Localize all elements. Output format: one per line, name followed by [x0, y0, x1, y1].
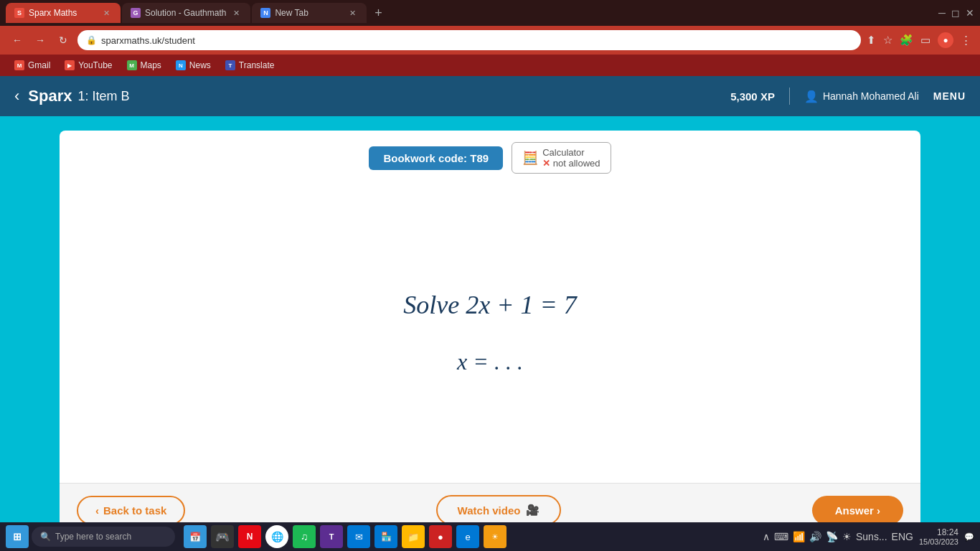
forward-button[interactable]: → — [32, 32, 49, 49]
sparx-logo: Sparx — [28, 87, 72, 105]
math-answer: x = . . . — [457, 349, 523, 375]
bookmarks-bar: M Gmail ▶ YouTube M Maps N News T Transl… — [0, 55, 980, 76]
sparx-tab-icon: S — [14, 8, 24, 18]
bookmark-news-label: News — [189, 60, 211, 70]
answer-button[interactable]: Answer › — [812, 496, 903, 525]
bookmark-maps-label: Maps — [141, 60, 161, 70]
taskbar-teams-app[interactable]: T — [320, 525, 343, 548]
item-title: 1: Item B — [77, 89, 129, 104]
sparx-back-arrow[interactable]: ‹ — [14, 87, 19, 105]
bookmark-translate-label: Translate — [239, 60, 275, 70]
tab-bar-controls: ─ ◻ ✕ — [938, 7, 974, 19]
bookmark-translate[interactable]: T Translate — [220, 59, 281, 72]
taskbar-sun-widget[interactable]: ☀ — [484, 525, 507, 548]
address-bar-right: ⬆ ☆ 🧩 ▭ ● ⋮ — [867, 32, 971, 48]
weather-icon: ☀ — [842, 531, 852, 542]
share-icon[interactable]: ⬆ — [867, 34, 876, 47]
back-button[interactable]: ← — [9, 32, 26, 49]
address-input[interactable]: 🔒 sparxmaths.uk/student — [77, 30, 861, 50]
time-display: 18:24 — [919, 527, 958, 537]
menu-button[interactable]: MENU — [933, 90, 966, 102]
date-display: 15/03/2023 — [919, 537, 958, 546]
bookwork-bar: Bookwork code: T89 🧮 Calculator ✕ not al… — [60, 131, 920, 182]
lang-text: ENG — [892, 531, 913, 542]
back-to-task-label: Back to task — [103, 504, 166, 517]
taskbar-store-app[interactable]: 🏪 — [374, 525, 397, 548]
bookmark-gmail-label: Gmail — [28, 60, 50, 70]
header-divider — [789, 88, 790, 105]
calculator-label: Calculator ✕ not allowed — [542, 147, 600, 169]
close-icon[interactable]: ✕ — [966, 7, 974, 19]
tab-bar: S Sparx Maths ✕ G Solution - Gauthmath ✕… — [0, 0, 980, 26]
gauthmath-tab-icon: G — [131, 8, 141, 18]
taskbar-time: 18:24 15/03/2023 — [919, 527, 958, 546]
star-icon[interactable]: ☆ — [883, 34, 892, 47]
start-button[interactable]: ⊞ — [6, 525, 29, 548]
taskbar: ⊞ 🔍 Type here to search 📅 🎮 N 🌐 ♫ T ✉ 🏪 … — [0, 522, 980, 551]
newtab-tab-icon: N — [260, 8, 270, 18]
taskbar-game-app[interactable]: ● — [429, 525, 452, 548]
taskbar-chrome-app[interactable]: 🌐 — [265, 525, 288, 548]
calculator-badge: 🧮 Calculator ✕ not allowed — [512, 142, 611, 174]
new-tab-button[interactable]: + — [368, 3, 388, 23]
search-placeholder: Type here to search — [55, 532, 131, 542]
video-camera-icon: 🎥 — [526, 504, 540, 517]
volume-icon: 🔊 — [809, 531, 821, 542]
translate-icon: T — [225, 60, 235, 70]
maps-icon: M — [127, 60, 137, 70]
notification-icon[interactable]: 💬 — [964, 532, 974, 542]
bookwork-badge: Bookwork code: T89 — [369, 146, 503, 170]
taskbar-calendar-app[interactable]: 📅 — [184, 525, 207, 548]
math-equation: Solve 2x + 1 = 7 — [403, 290, 577, 320]
bookmark-youtube[interactable]: ▶ YouTube — [59, 59, 118, 72]
tab-gauthmath[interactable]: G Solution - Gauthmath ✕ — [122, 3, 250, 23]
minimize-icon[interactable]: ─ — [938, 7, 946, 19]
taskbar-search[interactable]: 🔍 Type here to search — [32, 527, 175, 547]
refresh-button[interactable]: ↻ — [55, 32, 72, 49]
watch-video-label: Watch video — [458, 504, 521, 517]
lock-icon: 🔒 — [86, 35, 97, 45]
address-bar: ← → ↻ 🔒 sparxmaths.uk/student ⬆ ☆ 🧩 ▭ ● … — [0, 26, 980, 55]
taskbar-right: ∧ ⌨ 📶 🔊 📡 ☀ Suns... ENG 18:24 15/03/2023… — [763, 527, 974, 546]
back-to-task-button[interactable]: ‹ Back to task — [77, 496, 185, 525]
header-right: 5,300 XP 👤 Hannah Mohamed Ali MENU — [730, 88, 966, 105]
user-info: 👤 Hannah Mohamed Ali — [804, 90, 919, 103]
bookmark-youtube-label: YouTube — [78, 60, 112, 70]
wifi-icon: 📡 — [826, 531, 838, 542]
user-icon: 👤 — [804, 90, 819, 103]
back-chevron-icon: ‹ — [95, 504, 99, 517]
network-icon: 📶 — [793, 531, 805, 542]
bookmark-news[interactable]: N News — [170, 59, 217, 72]
taskbar-files-app[interactable]: 📁 — [402, 525, 425, 548]
page-wrapper: S Sparx Maths ✕ G Solution - Gauthmath ✕… — [0, 0, 980, 551]
content-wrapper: Bookwork code: T89 🧮 Calculator ✕ not al… — [0, 116, 980, 551]
taskbar-apps: 📅 🎮 N 🌐 ♫ T ✉ 🏪 📁 ● e ☀ — [184, 525, 507, 548]
weather-text: Suns... — [856, 531, 887, 542]
answer-label: Answer › — [835, 504, 880, 517]
tab-sparx-maths[interactable]: S Sparx Maths ✕ — [6, 3, 121, 23]
gmail-icon: M — [14, 60, 24, 70]
search-icon: 🔍 — [40, 532, 51, 542]
url-text: sparxmaths.uk/student — [101, 35, 195, 46]
chevron-up-icon[interactable]: ∧ — [763, 531, 770, 542]
tab-newtab[interactable]: N New Tab ✕ — [252, 3, 367, 23]
taskbar-edge-app[interactable]: e — [456, 525, 479, 548]
profile-icon[interactable]: ● — [938, 32, 953, 48]
taskbar-netflix-app[interactable]: N — [238, 525, 261, 548]
tab-close-sparx[interactable]: ✕ — [100, 7, 112, 19]
taskbar-mail-app[interactable]: ✉ — [347, 525, 370, 548]
taskbar-roblox-app[interactable]: 🎮 — [211, 525, 234, 548]
news-icon: N — [176, 60, 186, 70]
bookmark-maps[interactable]: M Maps — [121, 59, 167, 72]
restore-icon[interactable]: ◻ — [951, 7, 960, 19]
keyboard-icon: ⌨ — [774, 531, 788, 542]
bookmark-gmail[interactable]: M Gmail — [9, 59, 56, 72]
tab-close-newtab[interactable]: ✕ — [347, 7, 358, 19]
tab-close-gauthmath[interactable]: ✕ — [230, 7, 242, 19]
extensions-icon[interactable]: 🧩 — [900, 34, 913, 47]
taskbar-spotify-app[interactable]: ♫ — [293, 525, 316, 548]
menu-icon[interactable]: ⋮ — [961, 34, 971, 47]
question-area: Solve 2x + 1 = 7 x = . . . — [60, 182, 920, 483]
watch-video-button[interactable]: Watch video 🎥 — [436, 495, 562, 525]
sidebar-icon[interactable]: ▭ — [920, 34, 930, 47]
